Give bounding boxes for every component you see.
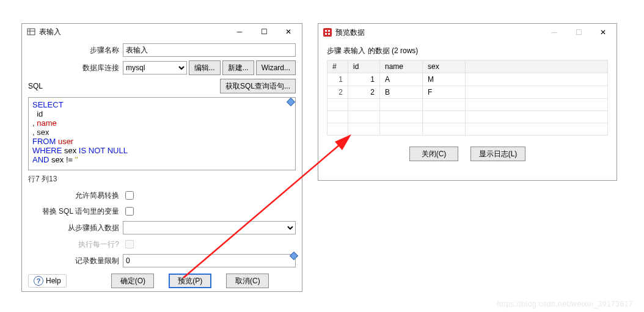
table-header-row: # id name sex xyxy=(327,60,608,73)
window-icon xyxy=(323,28,332,37)
cancel-button[interactable]: 取消(C) xyxy=(226,274,269,288)
maximize-button[interactable]: ☐ xyxy=(566,24,591,40)
minimize-button[interactable]: ─ xyxy=(227,24,252,40)
col-id[interactable]: id xyxy=(348,60,380,73)
window-title: 预览数据 xyxy=(335,27,365,38)
close-button[interactable]: ✕ xyxy=(276,24,301,40)
titlebar: 表输入 ─ ☐ ✕ xyxy=(22,24,302,40)
wizard-button[interactable]: Wizard... xyxy=(256,60,296,75)
table-row xyxy=(327,111,608,123)
preview-subtitle: 步骤 表输入 的数据 (2 rows) xyxy=(327,46,608,56)
insert-from-step-label: 从步骤插入数据 xyxy=(28,223,123,233)
svg-rect-6 xyxy=(328,30,330,32)
table-row xyxy=(327,123,608,136)
show-log-button[interactable]: 显示日志(L) xyxy=(470,147,525,161)
close-button[interactable]: ✕ xyxy=(591,24,615,40)
step-name-label: 步骤名称 xyxy=(28,45,123,56)
limit-label: 记录数量限制 xyxy=(28,256,123,266)
step-name-input[interactable] xyxy=(123,43,296,57)
table-input-window: 表输入 ─ ☐ ✕ 步骤名称 数据库连接 mysql 编辑... 新建... W… xyxy=(21,23,302,292)
svg-rect-2 xyxy=(27,29,35,35)
ok-button[interactable]: 确定(O) xyxy=(111,274,154,288)
table-row xyxy=(327,99,608,111)
svg-rect-5 xyxy=(325,30,327,32)
col-sex[interactable]: sex xyxy=(423,60,466,73)
window-title: 表输入 xyxy=(39,27,61,37)
new-connection-button[interactable]: 新建... xyxy=(222,60,254,75)
db-connection-select[interactable]: mysql xyxy=(123,61,187,74)
replace-vars-checkbox[interactable] xyxy=(125,207,134,216)
svg-rect-7 xyxy=(325,33,327,35)
execute-each-row-label: 执行每一行? xyxy=(28,239,123,250)
sql-label: SQL xyxy=(28,82,220,90)
close-preview-button[interactable]: 关闭(C) xyxy=(409,147,458,161)
preview-data-window: 预览数据 ─ ☐ ✕ 步骤 表输入 的数据 (2 rows) # id name… xyxy=(318,23,617,181)
window-icon xyxy=(27,27,35,36)
col-empty xyxy=(466,60,608,73)
svg-rect-8 xyxy=(328,33,330,35)
table-row[interactable]: 1 1 A M xyxy=(327,73,608,86)
variable-icon xyxy=(287,98,295,106)
insert-from-step-select[interactable] xyxy=(123,221,296,234)
table-row[interactable]: 2 2 B F xyxy=(327,86,608,99)
sql-textarea[interactable]: SELECT id , name , sex FROM user WHERE s… xyxy=(28,97,296,170)
execute-each-row-checkbox xyxy=(125,240,134,249)
minimize-button[interactable]: ─ xyxy=(542,24,566,40)
lazy-conversion-checkbox[interactable] xyxy=(125,191,134,200)
limit-input[interactable] xyxy=(123,254,296,267)
col-index[interactable]: # xyxy=(327,60,348,73)
get-sql-button[interactable]: 获取SQL查询语句... xyxy=(220,79,296,93)
maximize-button[interactable]: ☐ xyxy=(252,24,276,40)
help-label: Help xyxy=(46,277,61,285)
help-button[interactable]: ? Help xyxy=(28,274,67,288)
help-icon: ? xyxy=(34,276,43,286)
titlebar: 预览数据 ─ ☐ ✕ xyxy=(318,24,617,41)
edit-connection-button[interactable]: 编辑... xyxy=(189,60,221,75)
cursor-status: 行7 列13 xyxy=(28,174,296,184)
watermark: https://blog.csdn.net/weixin_39173617 xyxy=(497,300,633,308)
replace-vars-label: 替换 SQL 语句里的变量 xyxy=(28,206,123,217)
lazy-conversion-label: 允许简易转换 xyxy=(28,190,123,201)
preview-table: # id name sex 1 1 A M 2 2 B F xyxy=(327,60,608,136)
col-name[interactable]: name xyxy=(380,60,423,73)
preview-button[interactable]: 预览(P) xyxy=(169,274,211,288)
db-connection-label: 数据库连接 xyxy=(28,63,123,73)
